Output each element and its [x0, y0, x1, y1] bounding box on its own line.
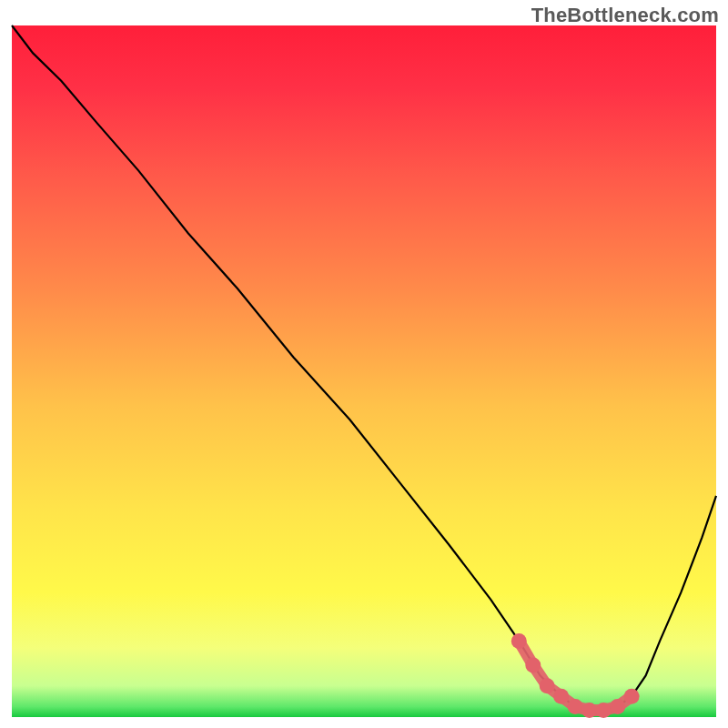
- svg-point-7: [596, 703, 612, 718]
- svg-point-4: [553, 689, 569, 704]
- svg-point-2: [525, 658, 541, 673]
- plot-area: [12, 25, 716, 717]
- svg-point-9: [624, 689, 640, 704]
- watermark-text: TheBottleneck.com: [531, 4, 719, 27]
- svg-point-8: [610, 699, 625, 714]
- svg-point-5: [568, 699, 583, 714]
- svg-point-6: [581, 703, 597, 718]
- svg-point-1: [511, 633, 527, 649]
- svg-point-3: [540, 678, 555, 693]
- svg-rect-0: [12, 25, 716, 717]
- chart-container: TheBottleneck.com: [0, 0, 728, 728]
- bottleneck-chart: [0, 0, 728, 728]
